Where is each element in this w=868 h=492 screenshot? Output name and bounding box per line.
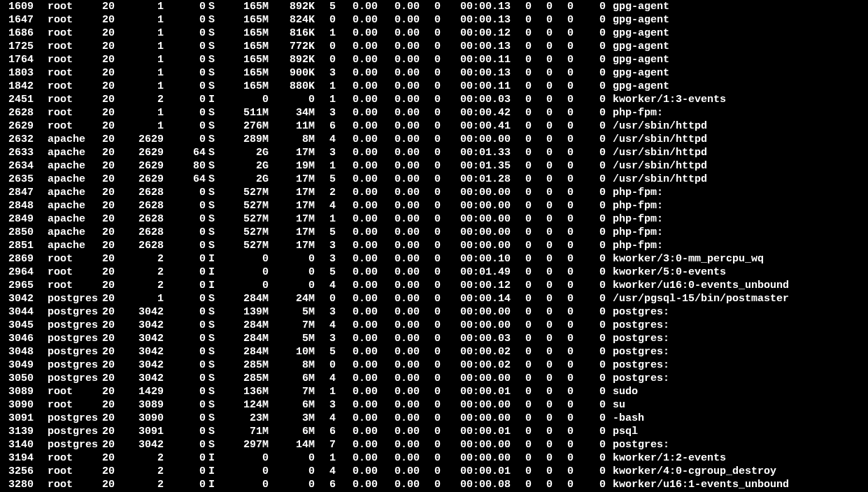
process-row[interactable]: 2635apache20262964S2G17M50.000.00000:01.… <box>0 173 868 186</box>
process-pid: 3091 <box>0 412 34 425</box>
process-row[interactable]: 1686root2010S165M816K10.000.00000:00.120… <box>0 27 868 40</box>
process-col-n4: 0 <box>420 27 441 40</box>
process-user: root <box>34 80 97 93</box>
process-row[interactable]: 3046postgres2030420S284M5M30.000.00000:0… <box>0 332 868 345</box>
process-col-z4: 0 <box>574 279 606 292</box>
process-time: 00:00.11 <box>441 80 511 93</box>
process-row[interactable]: 2847apache2026280S527M17M20.000.00000:00… <box>0 186 868 199</box>
process-row[interactable]: 3089root2014290S136M7M10.000.00000:00.01… <box>0 385 868 398</box>
process-cpu-pct: 0.00 <box>336 252 378 266</box>
process-nice: 0 <box>164 398 206 412</box>
process-mem-pct: 0.00 <box>378 412 420 425</box>
process-row[interactable]: 3048postgres2030420S284M10M50.000.00000:… <box>0 345 868 359</box>
process-row[interactable]: 2628root2010S511M34M30.000.00000:00.4200… <box>0 106 868 120</box>
process-row[interactable]: 1764root2010S165M892K00.000.00000:00.110… <box>0 53 868 66</box>
process-row[interactable]: 2633apache20262964S2G17M30.000.00000:01.… <box>0 146 868 159</box>
process-res: 8M <box>269 133 315 146</box>
process-row[interactable]: 2851apache2026280S527M17M30.000.00000:00… <box>0 239 868 252</box>
process-col-n4: 0 <box>420 226 441 239</box>
process-row[interactable]: 3090root2030890S124M6M30.000.00000:00.00… <box>0 398 868 412</box>
process-row[interactable]: 2965root2020I0040.000.00000:00.120000kwo… <box>0 279 868 292</box>
process-res: 17M <box>269 199 315 212</box>
process-time: 00:00.00 <box>441 239 511 252</box>
process-col-n4: 0 <box>420 80 441 93</box>
process-row[interactable]: 3256root2020I0040.000.00000:00.010000kwo… <box>0 465 868 478</box>
process-row[interactable]: 1842root2010S165M880K10.000.00000:00.110… <box>0 80 868 93</box>
process-command: /usr/sbin/httpd <box>606 159 707 173</box>
process-ppid: 3091 <box>115 425 164 438</box>
process-row[interactable]: 2850apache2026280S527M17M50.000.00000:00… <box>0 226 868 239</box>
process-col-z2: 0 <box>532 199 553 212</box>
process-row[interactable]: 2632apache2026290S289M8M40.000.00000:00.… <box>0 133 868 146</box>
process-row[interactable]: 3139postgres2030910S71M6M60.000.00000:00… <box>0 425 868 438</box>
process-col-z1: 0 <box>511 305 532 319</box>
process-mem-pct: 0.00 <box>378 279 420 292</box>
process-row[interactable]: 1725root2010S165M772K00.000.00000:00.130… <box>0 40 868 53</box>
process-priority: 20 <box>97 80 115 93</box>
process-cpu-num: 4 <box>315 372 336 385</box>
process-row[interactable]: 2869root2020I0030.000.00000:00.100000kwo… <box>0 252 868 266</box>
process-row[interactable]: 3280root2020I0060.000.00000:00.080000kwo… <box>0 478 868 491</box>
process-ppid: 2628 <box>115 199 164 212</box>
process-priority: 20 <box>97 106 115 120</box>
process-state: S <box>206 239 220 252</box>
process-list[interactable]: 1609root2010S165M892K50.000.00000:00.130… <box>0 0 868 492</box>
process-col-n4: 0 <box>420 186 441 199</box>
process-row[interactable]: 2849apache2026280S527M17M10.000.00000:00… <box>0 212 868 226</box>
process-col-z2: 0 <box>532 27 553 40</box>
process-nice: 0 <box>164 186 206 199</box>
process-virt: 165M <box>220 0 269 13</box>
process-virt: 0 <box>220 465 269 478</box>
process-col-z1: 0 <box>511 27 532 40</box>
process-col-z2: 0 <box>532 186 553 199</box>
process-row[interactable]: 2634apache20262980S2G19M10.000.00000:01.… <box>0 159 868 173</box>
process-col-z3: 0 <box>553 425 574 438</box>
process-priority: 20 <box>97 120 115 133</box>
process-col-z1: 0 <box>511 106 532 120</box>
process-mem-pct: 0.00 <box>378 0 420 13</box>
process-row[interactable]: 1647root2010S165M824K00.000.00000:00.130… <box>0 13 868 27</box>
process-cpu-num: 0 <box>315 40 336 53</box>
process-cpu-num: 1 <box>315 159 336 173</box>
process-user: apache <box>34 173 97 186</box>
process-row[interactable]: 3091postgres2030900S23M3M40.000.00000:00… <box>0 412 868 425</box>
process-command: postgres: <box>606 319 669 332</box>
process-row[interactable]: 3049postgres2030420S285M8M00.000.00000:0… <box>0 359 868 372</box>
process-nice: 0 <box>164 305 206 319</box>
process-user: postgres <box>34 332 97 345</box>
process-nice: 0 <box>164 13 206 27</box>
process-row[interactable]: 3194root2020I0010.000.00000:00.000000kwo… <box>0 451 868 465</box>
process-col-z3: 0 <box>553 332 574 345</box>
process-ppid: 1 <box>115 0 164 13</box>
process-col-n4: 0 <box>420 66 441 80</box>
process-col-n4: 0 <box>420 385 441 398</box>
process-time: 00:00.13 <box>441 13 511 27</box>
process-row[interactable]: 3045postgres2030420S284M7M40.000.00000:0… <box>0 319 868 332</box>
process-row[interactable]: 2451root2020I0010.000.00000:00.030000kwo… <box>0 93 868 106</box>
process-col-n4: 0 <box>420 372 441 385</box>
process-row[interactable]: 1803root2010S165M900K30.000.00000:00.130… <box>0 66 868 80</box>
process-col-z2: 0 <box>532 319 553 332</box>
process-pid: 3042 <box>0 292 34 305</box>
process-user: root <box>34 385 97 398</box>
process-row[interactable]: 2964root2020I0050.000.00000:01.490000kwo… <box>0 266 868 279</box>
process-col-z1: 0 <box>511 385 532 398</box>
process-row[interactable]: 3050postgres2030420S285M6M40.000.00000:0… <box>0 372 868 385</box>
process-row[interactable]: 1609root2010S165M892K50.000.00000:00.130… <box>0 0 868 13</box>
process-col-z1: 0 <box>511 292 532 305</box>
process-col-z3: 0 <box>553 279 574 292</box>
process-pid: 1842 <box>0 80 34 93</box>
process-cpu-pct: 0.00 <box>336 478 378 491</box>
process-cpu-pct: 0.00 <box>336 159 378 173</box>
process-user: root <box>34 106 97 120</box>
process-row[interactable]: 3044postgres2030420S139M5M30.000.00000:0… <box>0 305 868 319</box>
process-row[interactable]: 2629root2010S276M11M60.000.00000:00.4100… <box>0 120 868 133</box>
process-row[interactable]: 3042postgres2010S284M24M00.000.00000:00.… <box>0 292 868 305</box>
process-col-z1: 0 <box>511 412 532 425</box>
process-row[interactable]: 3140postgres2030420S297M14M70.000.00000:… <box>0 438 868 451</box>
process-virt: 527M <box>220 239 269 252</box>
process-nice: 0 <box>164 425 206 438</box>
process-command: psql <box>606 425 638 438</box>
process-row[interactable]: 2848apache2026280S527M17M40.000.00000:00… <box>0 199 868 212</box>
process-cpu-num: 5 <box>315 226 336 239</box>
